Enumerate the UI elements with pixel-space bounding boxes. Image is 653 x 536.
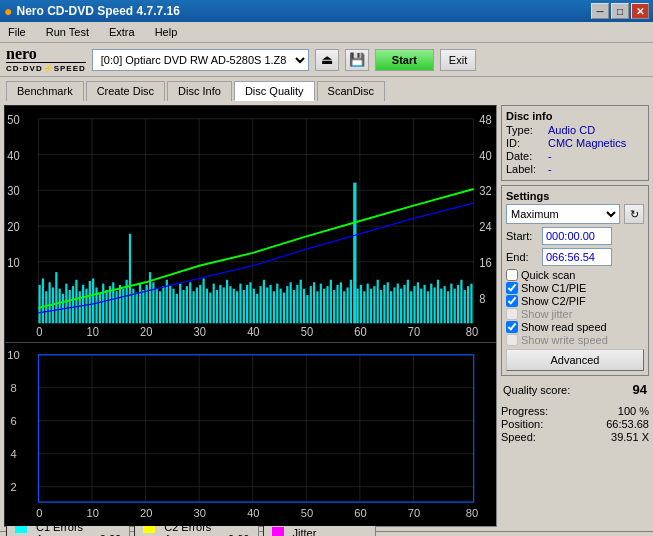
label-row: Label: - <box>506 163 644 175</box>
menu-runtest[interactable]: Run Test <box>42 24 93 40</box>
svg-rect-120 <box>316 291 318 323</box>
exit-button[interactable]: Exit <box>440 49 476 71</box>
statusbar: C1 Errors Average: 2.20 Maximum: 34 Tota… <box>0 531 653 536</box>
svg-rect-67 <box>139 284 141 324</box>
svg-rect-48 <box>75 280 77 323</box>
svg-text:40: 40 <box>247 507 259 519</box>
svg-text:60: 60 <box>354 324 367 339</box>
svg-text:30: 30 <box>194 507 206 519</box>
jitter-stats: Jitter Average: - Maximum: - <box>293 527 367 537</box>
svg-rect-83 <box>192 291 194 323</box>
start-field[interactable] <box>542 227 612 245</box>
svg-rect-152 <box>423 285 425 323</box>
tab-discinfo[interactable]: Disc Info <box>167 81 232 101</box>
progress-label: Progress: <box>501 405 548 417</box>
quickscan-checkbox[interactable] <box>506 269 518 281</box>
c2-avg-row: Average: 0.00 <box>164 533 249 537</box>
quality-section: Quality score: 94 <box>501 380 649 399</box>
svg-rect-164 <box>464 290 466 323</box>
svg-rect-163 <box>460 280 462 323</box>
speed-select[interactable]: Maximum <box>506 204 620 224</box>
svg-rect-90 <box>216 290 218 323</box>
start-row: Start: <box>506 227 644 245</box>
top-chart: 48 40 32 24 16 8 50 40 30 20 10 0 10 20 … <box>5 106 496 343</box>
svg-rect-149 <box>413 286 415 323</box>
drive-select[interactable]: [0:0] Optiarc DVD RW AD-5280S 1.Z8 <box>92 49 309 71</box>
svg-rect-144 <box>397 284 399 324</box>
svg-rect-117 <box>306 295 308 323</box>
save-button[interactable]: 💾 <box>345 49 369 71</box>
svg-rect-52 <box>89 281 91 323</box>
svg-rect-94 <box>229 286 231 323</box>
svg-rect-77 <box>172 289 174 323</box>
svg-text:0: 0 <box>36 324 43 339</box>
svg-rect-132 <box>357 289 359 323</box>
tab-createdisc[interactable]: Create Disc <box>86 81 165 101</box>
c1pie-row: Show C1/PIE <box>506 282 644 294</box>
advanced-button[interactable]: Advanced <box>506 349 644 371</box>
svg-text:4: 4 <box>11 449 18 461</box>
svg-text:30: 30 <box>7 184 20 199</box>
eject-button[interactable]: ⏏ <box>315 49 339 71</box>
svg-rect-105 <box>266 287 268 323</box>
tab-scandisc[interactable]: ScanDisc <box>317 81 385 101</box>
svg-text:20: 20 <box>7 219 20 234</box>
menu-extra[interactable]: Extra <box>105 24 139 40</box>
svg-rect-61 <box>119 285 121 323</box>
start-button[interactable]: Start <box>375 49 434 71</box>
right-panel: Disc info Type: Audio CD ID: CMC Magneti… <box>501 105 649 527</box>
settings-section: Settings Maximum ↻ Start: End: Quick sca… <box>501 185 649 376</box>
date-value: - <box>548 150 552 162</box>
position-value: 66:53.68 <box>606 418 649 430</box>
c1pie-label: Show C1/PIE <box>521 282 586 294</box>
svg-rect-133 <box>360 285 362 323</box>
type-row: Type: Audio CD <box>506 124 644 136</box>
id-value: CMC Magnetics <box>548 137 626 149</box>
svg-rect-147 <box>407 280 409 323</box>
c1pie-checkbox[interactable] <box>506 282 518 294</box>
menu-help[interactable]: Help <box>151 24 182 40</box>
end-field[interactable] <box>542 248 612 266</box>
svg-text:10: 10 <box>7 255 20 270</box>
svg-rect-101 <box>253 289 255 323</box>
jitter-legend <box>272 527 284 537</box>
svg-text:2: 2 <box>11 482 17 494</box>
svg-text:40: 40 <box>247 324 260 339</box>
quality-row: Quality score: 94 <box>503 382 647 397</box>
svg-rect-151 <box>420 289 422 323</box>
minimize-button[interactable]: ─ <box>591 3 609 19</box>
c1-avg-row: Average: 2.20 <box>36 533 121 537</box>
top-chart-svg: 48 40 32 24 16 8 50 40 30 20 10 0 10 20 … <box>5 106 496 342</box>
maximize-button[interactable]: □ <box>611 3 629 19</box>
svg-rect-130 <box>350 280 352 323</box>
svg-rect-39 <box>45 291 47 323</box>
svg-rect-122 <box>323 289 325 323</box>
svg-rect-154 <box>430 284 432 324</box>
svg-rect-84 <box>196 287 198 323</box>
titlebar-controls: ─ □ ✕ <box>591 3 649 19</box>
menu-file[interactable]: File <box>4 24 30 40</box>
nero-logo: nero CD·DVD⚡SPEED <box>6 46 86 73</box>
svg-rect-37 <box>38 285 40 323</box>
jitter-checkbox[interactable] <box>506 308 518 320</box>
readspeed-checkbox[interactable] <box>506 321 518 333</box>
tab-discquality[interactable]: Disc Quality <box>234 81 315 101</box>
svg-rect-166 <box>470 284 472 324</box>
svg-rect-161 <box>454 289 456 323</box>
refresh-button[interactable]: ↻ <box>624 204 644 224</box>
svg-rect-126 <box>336 285 338 323</box>
svg-rect-45 <box>65 284 67 324</box>
svg-rect-118 <box>310 286 312 323</box>
label-label: Label: <box>506 163 544 175</box>
close-button[interactable]: ✕ <box>631 3 649 19</box>
svg-rect-103 <box>259 286 261 323</box>
tab-benchmark[interactable]: Benchmark <box>6 81 84 101</box>
c2pif-checkbox[interactable] <box>506 295 518 307</box>
svg-rect-79 <box>179 284 181 324</box>
writespeed-checkbox[interactable] <box>506 334 518 346</box>
svg-text:50: 50 <box>7 112 20 127</box>
jitter-row: Show jitter <box>506 308 644 320</box>
svg-text:0: 0 <box>36 507 42 519</box>
svg-rect-99 <box>246 285 248 323</box>
quality-score-value: 94 <box>633 382 647 397</box>
